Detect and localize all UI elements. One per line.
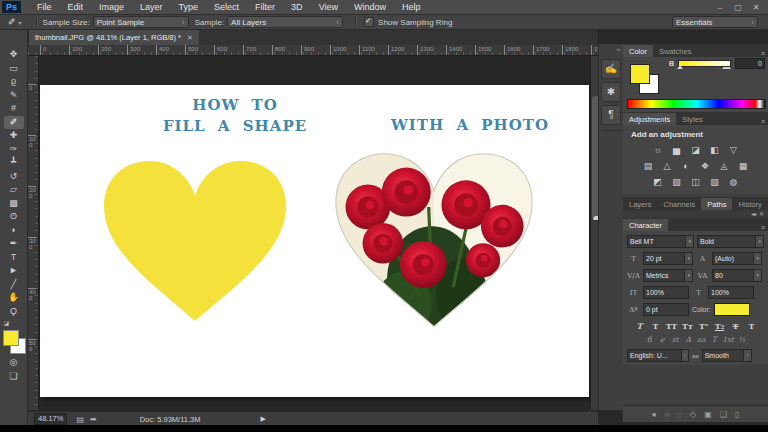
- panel-menu-icon[interactable]: ≡: [761, 224, 768, 231]
- horizontal-scale-field[interactable]: 100%: [708, 286, 754, 299]
- panel-menu-icon[interactable]: ≡: [761, 50, 768, 57]
- paths-panel-body[interactable]: [623, 365, 768, 405]
- channel-slider[interactable]: [678, 60, 732, 67]
- brush-tool[interactable]: ✑: [4, 143, 24, 157]
- quick-mask-button[interactable]: ◎: [4, 356, 24, 370]
- history-brush-tool[interactable]: ↺: [4, 170, 24, 184]
- move-tool[interactable]: ✥: [4, 48, 24, 62]
- baseline-shift-field[interactable]: 0 pt: [643, 303, 689, 316]
- shape-tool[interactable]: ╱: [4, 278, 24, 292]
- tab-paths[interactable]: Paths: [701, 198, 732, 210]
- eraser-tool[interactable]: ▱: [4, 183, 24, 197]
- menu-image[interactable]: Image: [91, 1, 132, 13]
- tab-character[interactable]: Character: [623, 219, 668, 231]
- spot-healing-brush-tool[interactable]: ✚: [4, 129, 24, 143]
- eyedropper-icon[interactable]: ✐: [8, 17, 16, 27]
- fill-path-button[interactable]: ●: [652, 410, 657, 419]
- add-mask-button[interactable]: ▣: [704, 410, 712, 419]
- font-family-dropdown[interactable]: Bell MT▾: [627, 235, 694, 248]
- channel-mixer-icon[interactable]: ◬: [717, 160, 732, 172]
- menu-select[interactable]: Select: [206, 1, 247, 13]
- dock-history-icon[interactable]: ✍: [601, 59, 621, 79]
- font-size-dropdown[interactable]: 20 pt▾: [643, 252, 693, 265]
- sample-size-dropdown[interactable]: Point Sample↕: [93, 16, 189, 28]
- minimize-button[interactable]: –: [714, 3, 726, 12]
- selective-color-icon[interactable]: ◍: [726, 176, 741, 188]
- zoom-level-field[interactable]: 48.17%: [34, 413, 67, 425]
- new-path-button[interactable]: ❏: [720, 410, 727, 419]
- vibrance-icon[interactable]: ▽: [726, 144, 741, 156]
- ordinals-button[interactable]: 1st: [722, 334, 734, 345]
- canvas-viewport[interactable]: HOW TO FILL A SHAPE WITH A PHOTO: [39, 56, 590, 410]
- menu-edit[interactable]: Edit: [60, 1, 92, 13]
- clone-stamp-tool[interactable]: ┻: [4, 156, 24, 170]
- fractions-button[interactable]: ½: [737, 334, 747, 345]
- panel-close-icon[interactable]: ✕: [759, 211, 764, 217]
- levels-icon[interactable]: ▅: [669, 144, 684, 156]
- hand-tool[interactable]: ✋: [4, 291, 24, 305]
- color-lookup-icon[interactable]: ▦: [736, 160, 751, 172]
- invert-icon[interactable]: ◩: [650, 176, 665, 188]
- black-white-icon[interactable]: ◐: [679, 160, 694, 172]
- ligatures-button[interactable]: fi: [644, 334, 654, 345]
- tool-preset-caret-icon[interactable]: ▾: [19, 19, 22, 26]
- vertical-ruler[interactable]: 0100200300400500: [28, 56, 39, 410]
- dock-properties-icon[interactable]: ✱: [601, 82, 621, 102]
- kerning-dropdown[interactable]: Metrics▾: [643, 269, 693, 282]
- menu-file[interactable]: File: [29, 1, 60, 13]
- pen-tool[interactable]: ✒: [4, 237, 24, 251]
- curves-icon[interactable]: ◪: [688, 144, 703, 156]
- menu-filter[interactable]: Filter: [247, 1, 283, 13]
- delete-path-button[interactable]: ▯: [735, 410, 739, 419]
- threshold-icon[interactable]: ◫: [688, 176, 703, 188]
- gradient-map-icon[interactable]: ▧: [707, 176, 722, 188]
- type-tool[interactable]: T: [4, 251, 24, 265]
- subscript-button[interactable]: T₂: [712, 320, 727, 332]
- photo-filter-icon[interactable]: ❖: [698, 160, 713, 172]
- document-page[interactable]: HOW TO FILL A SHAPE WITH A PHOTO: [40, 85, 589, 397]
- menu-window[interactable]: Window: [346, 1, 394, 13]
- underline-button[interactable]: T: [728, 320, 743, 332]
- strikethrough-button[interactable]: T: [744, 320, 759, 332]
- small-caps-button[interactable]: Tᴛ: [680, 320, 695, 332]
- menu-type[interactable]: Type: [171, 1, 207, 13]
- dodge-tool[interactable]: ◗: [4, 224, 24, 238]
- panel-menu-icon[interactable]: ≡: [761, 118, 768, 125]
- status-icon-1[interactable]: ▤: [76, 415, 84, 424]
- faux-bold-button[interactable]: T: [632, 320, 647, 332]
- posterize-icon[interactable]: ▨: [669, 176, 684, 188]
- tab-swatches[interactable]: Swatches: [653, 45, 698, 57]
- slider-thumb-icon[interactable]: [677, 65, 683, 69]
- gradient-tool[interactable]: ▩: [4, 197, 24, 211]
- foreground-color-swatch[interactable]: [630, 64, 650, 84]
- blur-tool[interactable]: ʘ: [4, 210, 24, 224]
- path-selection-tool[interactable]: ►: [4, 264, 24, 278]
- stylistic-alternates-button[interactable]: A: [683, 334, 693, 345]
- tab-history[interactable]: History: [732, 198, 767, 210]
- channel-value-field[interactable]: 0: [735, 58, 765, 69]
- anti-alias-dropdown[interactable]: Smooth↕: [702, 349, 752, 362]
- tab-channels[interactable]: Channels: [658, 198, 702, 210]
- close-button[interactable]: ✕: [750, 3, 762, 12]
- panel-collapse-icon[interactable]: ◂▸: [751, 211, 757, 217]
- exposure-icon[interactable]: ◧: [707, 144, 722, 156]
- lasso-tool[interactable]: ϱ: [4, 75, 24, 89]
- document-tab[interactable]: thumbnail.JPG @ 48.1% (Layer 1, RGB/8) *…: [29, 30, 199, 45]
- hue-saturation-icon[interactable]: ▤: [641, 160, 656, 172]
- horizontal-ruler[interactable]: 0100200300400500600700800900100011001200…: [28, 45, 598, 56]
- superscript-button[interactable]: Tˢ: [696, 320, 711, 332]
- menu-3d[interactable]: 3D: [283, 1, 311, 13]
- all-caps-button[interactable]: TT: [664, 320, 679, 332]
- leading-dropdown[interactable]: (Auto)▾: [712, 252, 762, 265]
- sample-dropdown[interactable]: All Layers↕: [227, 16, 343, 28]
- font-style-dropdown[interactable]: Bold▾: [697, 235, 764, 248]
- show-sampling-ring-checkbox[interactable]: [364, 17, 374, 27]
- status-menu-arrow-icon[interactable]: ▶: [260, 415, 265, 423]
- stroke-path-button[interactable]: ○: [664, 410, 669, 419]
- dock-collapse-icon[interactable]: »: [599, 44, 623, 56]
- marquee-tool[interactable]: ▭: [4, 62, 24, 76]
- foreground-color-swatch[interactable]: [3, 330, 19, 346]
- dock-notes-icon[interactable]: ¶: [601, 105, 621, 125]
- faux-italic-button[interactable]: T: [648, 320, 663, 332]
- crop-tool[interactable]: #: [4, 102, 24, 116]
